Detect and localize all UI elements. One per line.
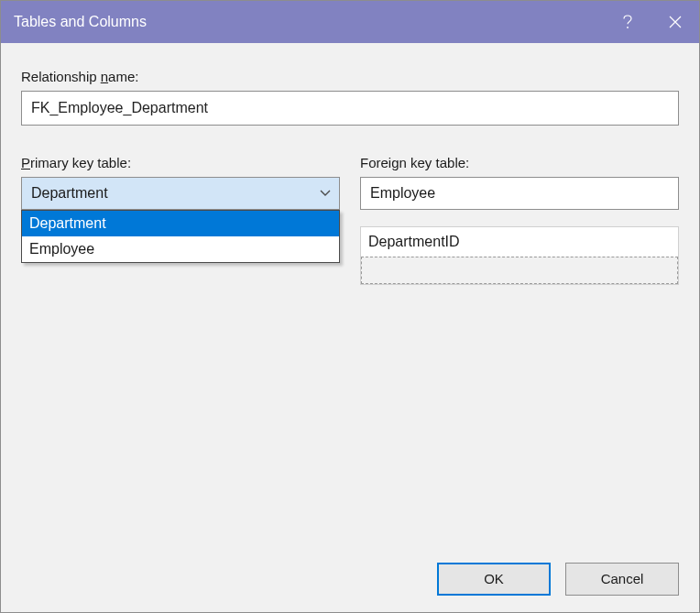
foreign-key-table-display: Employee bbox=[360, 177, 679, 210]
grid-cell-foreign-column[interactable]: DepartmentID bbox=[361, 227, 678, 257]
titlebar: Tables and Columns bbox=[1, 1, 699, 43]
primary-key-table-combobox[interactable]: Department bbox=[21, 177, 340, 210]
help-icon bbox=[620, 14, 635, 30]
cancel-button[interactable]: Cancel bbox=[565, 563, 679, 596]
primary-key-column-area: Primary key table: Department Department… bbox=[21, 148, 340, 285]
primary-key-table-label: Primary key table: bbox=[21, 155, 340, 170]
svg-point-0 bbox=[627, 27, 629, 28]
ok-button[interactable]: OK bbox=[437, 563, 551, 596]
chevron-down-icon bbox=[319, 178, 332, 209]
combobox-selected-value: Department bbox=[31, 185, 108, 201]
dialog-window: Tables and Columns Relationship name: Pr… bbox=[0, 0, 700, 613]
primary-key-table-dropdown: Department Employee bbox=[21, 210, 340, 263]
dropdown-option-employee[interactable]: Employee bbox=[22, 236, 339, 262]
close-icon bbox=[669, 16, 682, 28]
dialog-client-area: Relationship name: Primary key table: De… bbox=[1, 43, 699, 612]
foreign-key-columns-grid[interactable]: DepartmentID bbox=[360, 226, 679, 285]
foreign-key-table-label: Foreign key table: bbox=[360, 155, 679, 170]
relationship-name-input[interactable] bbox=[21, 91, 679, 126]
foreign-key-column-area: Foreign key table: Employee DepartmentID bbox=[360, 148, 679, 285]
close-button[interactable] bbox=[651, 1, 699, 43]
dialog-button-bar: OK Cancel bbox=[437, 563, 679, 596]
grid-cell-empty[interactable] bbox=[361, 257, 678, 284]
dropdown-option-department[interactable]: Department bbox=[22, 211, 339, 236]
help-button[interactable] bbox=[604, 1, 651, 43]
window-title: Tables and Columns bbox=[14, 14, 604, 30]
relationship-name-label: Relationship name: bbox=[21, 69, 679, 84]
